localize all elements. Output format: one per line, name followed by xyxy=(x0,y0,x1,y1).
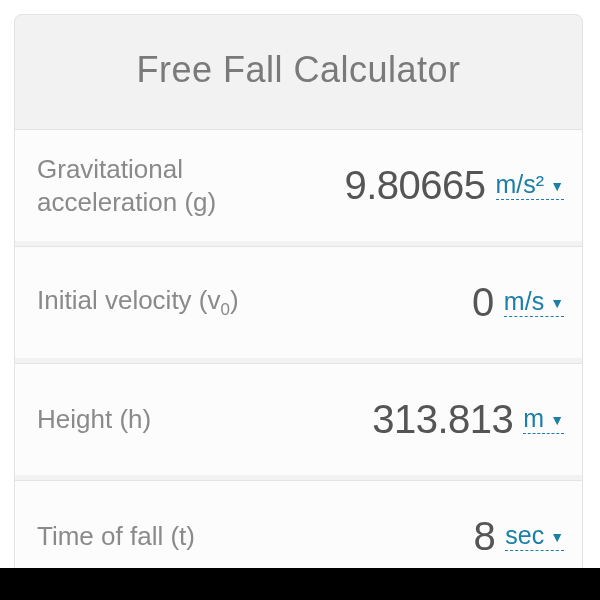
chevron-down-icon: ▼ xyxy=(550,413,564,428)
unit-text: sec xyxy=(505,522,544,550)
calculator-card: Free Fall Calculator Gravitational accel… xyxy=(14,14,583,593)
value-initial-velocity[interactable]: 0 xyxy=(277,280,504,325)
chevron-down-icon: ▼ xyxy=(550,179,564,194)
chevron-down-icon: ▼ xyxy=(550,296,564,311)
chevron-down-icon: ▼ xyxy=(550,530,564,545)
card-title: Free Fall Calculator xyxy=(15,15,582,125)
row-gravity: Gravitational acceleration (g) 9.80665 m… xyxy=(15,129,582,241)
row-height: Height (h) 313.813 m ▼ xyxy=(15,363,582,475)
label-initial-velocity: Initial velocity (v0) xyxy=(37,284,277,320)
unit-select-time[interactable]: sec ▼ xyxy=(505,522,564,552)
footer-bar xyxy=(0,568,600,600)
value-gravity[interactable]: 9.80665 xyxy=(277,163,496,208)
unit-select-velocity[interactable]: m/s ▼ xyxy=(504,288,564,318)
value-height[interactable]: 313.813 xyxy=(277,397,523,442)
rows-container: Gravitational acceleration (g) 9.80665 m… xyxy=(15,125,582,592)
unit-select-gravity[interactable]: m/s² ▼ xyxy=(496,171,564,201)
unit-text: m/s xyxy=(504,288,544,316)
label-height: Height (h) xyxy=(37,403,277,436)
unit-text: m/s² xyxy=(496,171,545,199)
label-time: Time of fall (t) xyxy=(37,520,277,553)
value-time[interactable]: 8 xyxy=(277,514,505,559)
unit-select-height[interactable]: m ▼ xyxy=(523,405,564,435)
unit-text: m xyxy=(523,405,544,433)
row-initial-velocity: Initial velocity (v0) 0 m/s ▼ xyxy=(15,246,582,358)
label-gravity: Gravitational acceleration (g) xyxy=(37,153,277,218)
